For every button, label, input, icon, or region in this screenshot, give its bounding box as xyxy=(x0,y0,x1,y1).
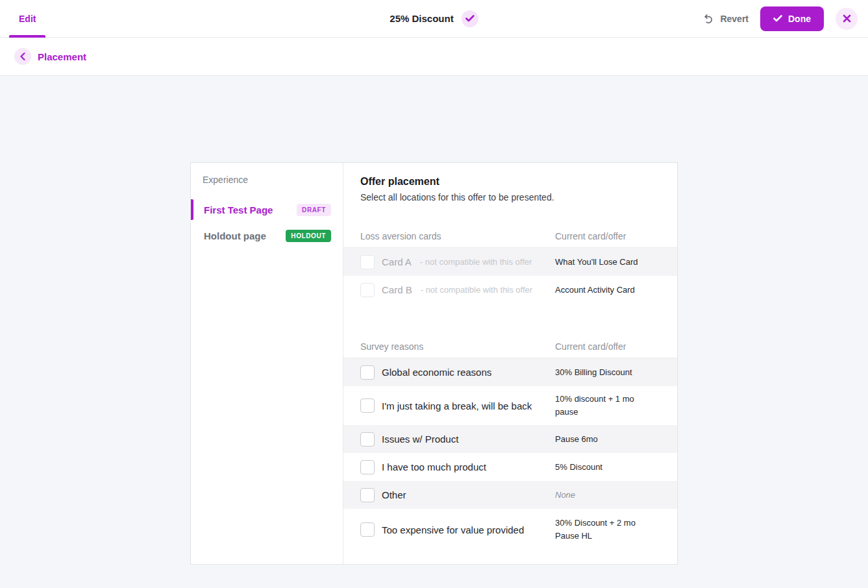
row-current-offer: 5% Discount xyxy=(555,461,660,474)
revert-button-label: Revert xyxy=(720,14,749,24)
row-label: I have too much product xyxy=(382,461,486,472)
page-content: Experience First Test Page DRAFT Holdout… xyxy=(0,76,868,588)
row-note: - not compatible with this offer xyxy=(420,257,532,267)
offer-title: 25% Discount xyxy=(390,13,453,24)
row-label: I'm just taking a break, will be back xyxy=(382,400,532,411)
table-header-row: Survey reasons Current card/offer xyxy=(343,341,677,358)
offer-placement-panel: Offer placement Select all locations for… xyxy=(343,163,677,564)
row-current-offer: 30% Billing Discount xyxy=(555,366,660,379)
row-current-offer: 30% Discount + 2 mo Pause HL xyxy=(555,517,660,543)
row-checkbox[interactable] xyxy=(360,365,375,380)
row-label-cell: Card A - not compatible with this offer xyxy=(360,255,555,269)
close-button[interactable] xyxy=(836,8,858,30)
row-checkbox xyxy=(360,283,375,297)
status-badge: DRAFT xyxy=(297,204,331,216)
top-toolbar: Edit 25% Discount Revert Done xyxy=(0,0,868,38)
table-body: Card A - not compatible with this offer … xyxy=(343,248,677,304)
row-label: Global economic reasons xyxy=(382,367,491,378)
row-label-cell: I'm just taking a break, will be back xyxy=(360,398,555,413)
row-label-cell: Too expensive for value provided xyxy=(360,522,555,537)
check-icon xyxy=(773,15,782,22)
table-body: Global economic reasons 30% Billing Disc… xyxy=(343,358,677,550)
row-label-cell: I have too much product xyxy=(360,460,555,474)
row-current-offer: Pause 6mo xyxy=(555,433,660,446)
placement-table: Loss aversion cards Current card/offer C… xyxy=(343,231,677,304)
done-button[interactable]: Done xyxy=(760,6,824,31)
table-header-row: Loss aversion cards Current card/offer xyxy=(343,231,677,248)
offer-valid-check-icon xyxy=(462,10,478,27)
row-current-offer: Account Activity Card xyxy=(555,284,660,297)
undo-icon xyxy=(704,13,715,24)
row-current-offer: 10% discount + 1 mo pause xyxy=(555,393,660,419)
row-label-cell: Issues w/ Product xyxy=(360,432,555,447)
breadcrumb-bar: Placement xyxy=(0,38,868,76)
panel-head: Offer placement Select all locations for… xyxy=(343,176,677,202)
offer-title-group: 25% Discount xyxy=(390,10,478,27)
breadcrumb[interactable]: Placement xyxy=(38,51,86,62)
chevron-left-icon xyxy=(20,53,25,60)
row-checkbox xyxy=(360,255,375,269)
revert-button[interactable]: Revert xyxy=(704,13,749,24)
row-label: Card A xyxy=(382,256,412,267)
row-checkbox[interactable] xyxy=(360,460,375,474)
table-row: Card A - not compatible with this offer … xyxy=(343,248,677,276)
row-label: Other xyxy=(382,489,406,500)
page-title: Offer placement xyxy=(360,176,660,188)
row-label-cell: Other xyxy=(360,488,555,502)
sidebar-item-holdout-page[interactable]: Holdout page HOLDOUT xyxy=(191,223,343,249)
table-row: I have too much product 5% Discount xyxy=(343,453,677,481)
table-row: Too expensive for value provided 30% Dis… xyxy=(343,509,677,550)
tab-edit-label: Edit xyxy=(19,14,36,24)
table-row: Other None xyxy=(343,481,677,509)
table-header-left: Survey reasons xyxy=(360,341,555,352)
toolbar-actions: Revert Done xyxy=(704,6,858,31)
sidebar-item-label: First Test Page xyxy=(204,204,273,215)
sidebar-item-first-test-page[interactable]: First Test Page DRAFT xyxy=(191,197,343,223)
table-row: Global economic reasons 30% Billing Disc… xyxy=(343,358,677,386)
page-subtitle: Select all locations for this offer to b… xyxy=(360,192,660,202)
row-checkbox[interactable] xyxy=(360,488,375,502)
sidebar-item-list: First Test Page DRAFT Holdout page HOLDO… xyxy=(191,197,343,249)
placement-tables: Loss aversion cards Current card/offer C… xyxy=(343,231,677,550)
status-badge: HOLDOUT xyxy=(286,230,331,242)
row-note: - not compatible with this offer xyxy=(421,285,532,295)
sidebar-section-label: Experience xyxy=(191,175,343,185)
sidebar-item-label: Holdout page xyxy=(204,230,266,241)
row-checkbox[interactable] xyxy=(360,432,375,447)
row-label-cell: Global economic reasons xyxy=(360,365,555,380)
row-current-offer: None xyxy=(555,489,660,502)
experience-sidebar: Experience First Test Page DRAFT Holdout… xyxy=(191,163,343,564)
back-button[interactable] xyxy=(14,48,31,65)
table-header-left: Loss aversion cards xyxy=(360,231,555,241)
row-label: Card B xyxy=(382,284,412,295)
row-label: Issues w/ Product xyxy=(382,434,458,445)
placement-table: Survey reasons Current card/offer Global… xyxy=(343,341,677,550)
row-label-cell: Card B - not compatible with this offer xyxy=(360,283,555,297)
row-label: Too expensive for value provided xyxy=(382,524,524,535)
row-current-offer: What You'll Lose Card xyxy=(555,256,660,269)
done-button-label: Done xyxy=(788,14,811,24)
table-header-right: Current card/offer xyxy=(555,341,660,352)
table-header-right: Current card/offer xyxy=(555,231,660,241)
table-row: Card B - not compatible with this offer … xyxy=(343,276,677,304)
row-checkbox[interactable] xyxy=(360,398,375,413)
row-checkbox[interactable] xyxy=(360,522,375,537)
table-row: Issues w/ Product Pause 6mo xyxy=(343,425,677,453)
close-icon xyxy=(843,14,851,23)
table-row: I'm just taking a break, will be back 10… xyxy=(343,386,677,425)
placement-card: Experience First Test Page DRAFT Holdout… xyxy=(190,162,678,565)
tab-edit[interactable]: Edit xyxy=(9,0,45,37)
